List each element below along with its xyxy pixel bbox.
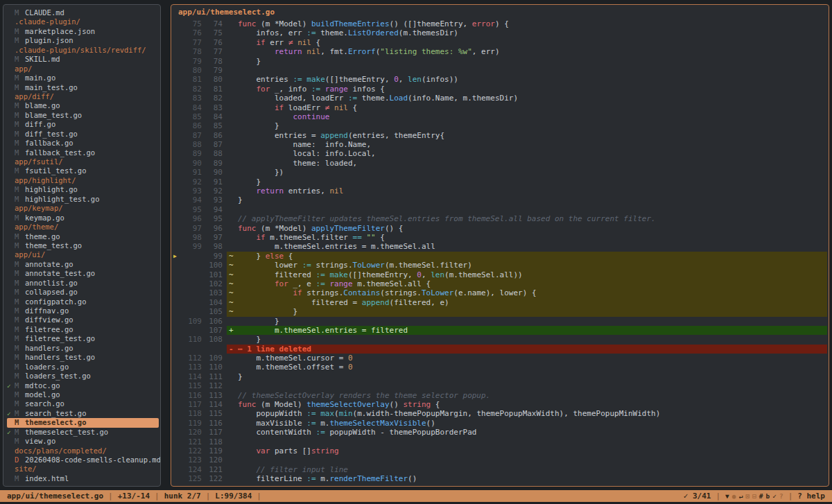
old-line-number — [179, 252, 202, 261]
file-tree-directory[interactable]: app/diff/ — [7, 92, 159, 101]
file-tree-item[interactable]: Mthemeselect.go — [7, 418, 159, 427]
file-tree-item[interactable]: Mdiffnav.go — [7, 306, 159, 315]
file-tree-directory[interactable]: app/ui/ — [7, 250, 159, 259]
old-line-number: 89 — [179, 149, 202, 158]
file-tree-item[interactable]: Mfallback_test.go — [7, 148, 159, 157]
file-tree-item[interactable]: Mview.go — [7, 437, 159, 446]
file-tree-item[interactable]: Mannotlist.go — [7, 279, 159, 288]
line-body — [227, 381, 827, 390]
new-line-number: 118 — [202, 437, 223, 446]
file-tree-item[interactable]: Mannotate.go — [7, 260, 159, 269]
diff-marker — [227, 363, 238, 372]
file-tree-item[interactable]: D20260408-code-smells-cleanup.md — [7, 455, 159, 464]
arrow-spacer — [171, 381, 179, 390]
file-tree-item[interactable]: Mfsutil_test.go — [7, 166, 159, 175]
file-tree-item[interactable]: ✓Msearch_test.go — [7, 409, 159, 418]
file-tree-item[interactable]: Mhighlight.go — [7, 185, 159, 194]
file-tree-item[interactable]: Mtheme_test.go — [7, 241, 159, 250]
file-tree-item[interactable]: Mmain_test.go — [7, 83, 159, 92]
file-tree-directory[interactable]: site/ — [7, 464, 159, 473]
file-tree-item[interactable]: Mhandlers.go — [7, 344, 159, 353]
file-tree-item[interactable]: MCLAUDE.md — [7, 8, 159, 17]
file-tree-item[interactable]: Mtheme.go — [7, 232, 159, 241]
arrow-spacer — [171, 19, 179, 28]
file-tree-item[interactable]: Mmarketplace.json — [7, 27, 159, 36]
file-name-label: view.go — [25, 437, 55, 446]
file-tree-directory[interactable]: app/keymap/ — [7, 204, 159, 213]
file-tree-item[interactable]: Mloaders.go — [7, 363, 159, 372]
file-tree-item[interactable]: Mcollapsed.go — [7, 288, 159, 297]
file-status-letter: M — [15, 260, 25, 269]
diff-marker: ~ — [227, 279, 238, 288]
status-bar: app/ui/themeselect.go|+13/-14|hunk 2/7|L… — [0, 490, 832, 502]
old-line-number: 90 — [179, 159, 202, 168]
diff-marker — [227, 400, 238, 409]
file-tree-item[interactable]: Mplugin.json — [7, 36, 159, 45]
diff-panel: app/ui/themeselect.go 7574func (m *Model… — [171, 4, 829, 487]
code-line: 104~ filtered = append(filtered, e) — [171, 298, 827, 307]
file-name-label: blame_test.go — [25, 111, 82, 120]
line-body: local: info.Local, — [227, 149, 827, 158]
file-tree-directory[interactable]: app/fsutil/ — [7, 157, 159, 166]
line-text: } — [238, 57, 261, 66]
old-line-number — [179, 261, 202, 270]
diff-marker — [227, 474, 238, 483]
file-tree-item[interactable]: Mdiff_test.go — [7, 130, 159, 139]
file-name-label: annotlist.go — [25, 279, 78, 288]
old-line-number: 96 — [179, 214, 202, 223]
file-tree-item[interactable]: Mblame_test.go — [7, 111, 159, 120]
file-status-letter: M — [15, 166, 25, 175]
file-tree-item[interactable]: Mhandlers_test.go — [7, 353, 159, 362]
file-tree-directory[interactable]: app/highlight/ — [7, 176, 159, 185]
file-tree-item[interactable]: Mindex.html — [7, 474, 159, 483]
line-text: } — [238, 121, 279, 130]
status-file-path: app/ui/themeselect.go — [7, 492, 103, 501]
file-tree-item[interactable]: Mmain.go — [7, 73, 159, 82]
file-tree-item[interactable]: Mhighlight_test.go — [7, 195, 159, 204]
file-tree-item[interactable]: Mblame.go — [7, 101, 159, 110]
arrow-spacer — [171, 363, 179, 372]
old-line-number: 120 — [179, 428, 202, 437]
line-body: if m.themeSel.filter == "" { — [227, 233, 827, 242]
arrow-spacer — [171, 372, 179, 381]
file-status-letter: M — [15, 185, 25, 194]
new-line-number: 78 — [202, 57, 223, 66]
file-tree-item[interactable]: Mfallback.go — [7, 139, 159, 148]
file-tree-item[interactable]: Msearch.go — [7, 399, 159, 408]
status-help-hint: ? help — [797, 492, 825, 501]
code-line: 121118 — [171, 437, 827, 446]
new-line-number: 90 — [202, 168, 223, 177]
file-tree-directory[interactable]: app/ — [7, 64, 159, 73]
new-line-number: 100 — [202, 261, 223, 270]
new-line-number: 105 — [202, 307, 223, 316]
file-tree-item[interactable]: Mdiff.go — [7, 120, 159, 129]
file-tree-item[interactable]: Mannotate_test.go — [7, 269, 159, 278]
file-tree-item[interactable]: Mfiletree.go — [7, 325, 159, 334]
file-tree-item[interactable]: Mconfigpatch.go — [7, 297, 159, 306]
line-body: if loadErr ≠ nil { — [227, 103, 827, 112]
file-tree-item[interactable]: Mkeymap.go — [7, 214, 159, 223]
code-line: 8988 local: info.Local, — [171, 149, 827, 158]
file-tree-item[interactable]: ✓Mmdtoc.go — [7, 381, 159, 390]
line-body: ~ lower := strings.ToLower(m.themeSel.fi… — [227, 261, 827, 270]
file-tree-directory[interactable]: app/theme/ — [7, 223, 159, 232]
old-line-number: 122 — [179, 446, 202, 455]
line-body: ~ } — [227, 307, 827, 316]
file-tree-item[interactable]: MSKILL.md — [7, 55, 159, 64]
file-tree-item[interactable]: Mfiletree_test.go — [7, 334, 159, 343]
hash-icon: # — [759, 492, 763, 500]
file-tree-directory[interactable]: .claude-plugin/skills/revdiff/ — [7, 46, 159, 55]
file-tree-item[interactable]: Mloaders_test.go — [7, 372, 159, 381]
arrow-spacer — [171, 419, 179, 428]
file-tree-item[interactable]: ✓Mthemeselect_test.go — [7, 428, 159, 437]
file-status-letter: D — [15, 455, 25, 464]
file-tree-item[interactable]: Mdiffview.go — [7, 315, 159, 324]
diff-marker — [227, 437, 238, 446]
line-text: func (m Model) themeSelectOverlay() stri… — [238, 400, 440, 409]
file-tree-directory[interactable]: .claude-plugin/ — [7, 17, 159, 26]
new-line-number: 117 — [202, 428, 223, 437]
line-text: func (m *Model) buildThemeEntries() ([]t… — [238, 19, 509, 28]
diff-marker — [227, 28, 238, 37]
file-tree-item[interactable]: Mmodel.go — [7, 390, 159, 399]
file-tree-directory[interactable]: docs/plans/completed/ — [7, 446, 159, 455]
